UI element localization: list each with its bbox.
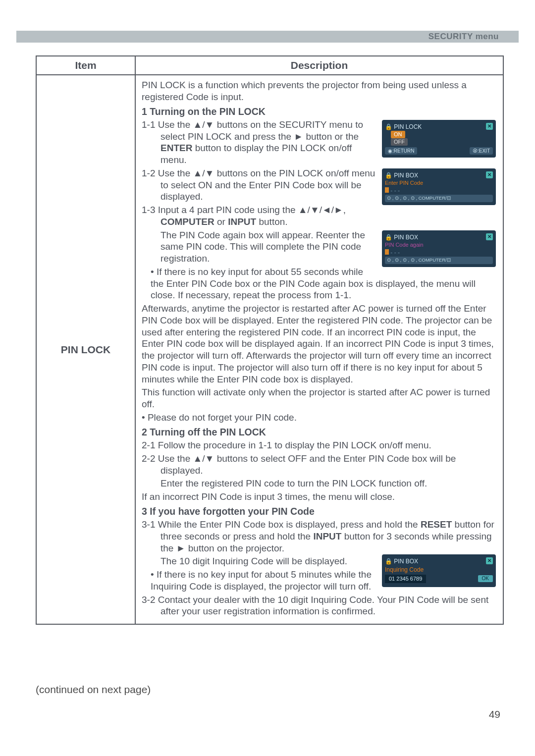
pin-lock-description: PIN LOCK is a function which prevents th… bbox=[135, 75, 503, 624]
osd-pinlock-menu: 🔒 PIN LOCK ✕ ON OFF ◉:RETURN ⦿:EXIT bbox=[382, 120, 496, 158]
osd-code-again-label: PIN Code again bbox=[385, 241, 493, 249]
osd-pinbox-title-2: PIN BOX bbox=[394, 234, 418, 241]
header-bar: SECURITY menu bbox=[16, 31, 519, 43]
osd-pinlock-title: PIN LOCK bbox=[394, 123, 422, 130]
osd-close-icon: ✕ bbox=[486, 557, 493, 564]
step-1-3: 1-3 Input a 4 part PIN code using the ▲/… bbox=[142, 204, 497, 228]
step-2-2: 2-2 Use the ▲/▼ buttons to select OFF an… bbox=[142, 453, 497, 477]
step-3-1: 3-1 While the Enter PIN Code box is disp… bbox=[142, 519, 497, 554]
osd-close-icon: ✕ bbox=[486, 233, 493, 240]
osd-nav-hint: ⊙ , ⊙ , ⊙ , ⊙ , COMPUTER/⊡ bbox=[385, 195, 493, 202]
osd-inquiring-code-box: 🔒 PIN BOX ✕ Inquiring Code 01 2345 6789 … bbox=[382, 554, 496, 587]
col-header-item: Item bbox=[36, 56, 135, 75]
step-2-end: If an incorrect PIN Code is input 3 time… bbox=[142, 491, 497, 503]
step-3-2: 3-2 Contact your dealer with the 10 digi… bbox=[142, 594, 497, 618]
col-header-desc: Description bbox=[135, 56, 503, 75]
bullet-dont-forget: • Please do not forget your PIN code. bbox=[142, 412, 497, 424]
intro-text: PIN LOCK is a function which prevents th… bbox=[142, 79, 497, 103]
osd-close-icon: ✕ bbox=[486, 123, 493, 130]
activate-text: This function will activate only when th… bbox=[142, 386, 497, 410]
security-menu-table: Item Description PIN LOCK PIN LOCK is a … bbox=[36, 55, 504, 625]
osd-enter-pin-box: 🔒 PIN BOX ✕ Enter PIN Code - - - ⊙ , ⊙ ,… bbox=[382, 168, 496, 205]
osd-pin-code-again-box: 🔒 PIN BOX ✕ PIN Code again - - - ⊙ , ⊙ ,… bbox=[382, 230, 496, 267]
osd-pinbox-title-3: PIN BOX bbox=[394, 558, 418, 565]
section-2-heading: 2 Turning off the PIN LOCK bbox=[142, 426, 497, 438]
bullet-no-input: • If there is no key input for about 55 … bbox=[142, 266, 497, 301]
osd-option-off: OFF bbox=[391, 138, 408, 146]
osd-option-on: ON bbox=[391, 131, 405, 138]
osd-ok-button: OK bbox=[478, 575, 493, 582]
osd-exit-hint: ⦿:EXIT bbox=[470, 147, 493, 155]
osd-inquiring-code: 01 2345 6789 bbox=[385, 575, 426, 583]
continued-note: (continued on next page) bbox=[36, 684, 151, 696]
osd-close-icon: ✕ bbox=[486, 171, 493, 178]
osd-pinbox-title: PIN BOX bbox=[394, 172, 418, 179]
osd-enter-code-label: Enter PIN Code bbox=[385, 179, 493, 187]
page-number: 49 bbox=[489, 708, 500, 720]
item-pin-lock: PIN LOCK bbox=[36, 75, 135, 624]
menu-tag: SECURITY menu bbox=[428, 32, 499, 42]
osd-nav-hint-2: ⊙ , ⊙ , ⊙ , ⊙ , COMPUTER/⊡ bbox=[385, 257, 493, 264]
section-1-heading: 1 Turning on the PIN LOCK bbox=[142, 106, 497, 117]
afterwards-text: Afterwards, anytime the projector is res… bbox=[142, 303, 497, 385]
step-2-1: 2-1 Follow the procedure in 1-1 to displ… bbox=[142, 439, 497, 451]
osd-inquiring-label: Inquiring Code bbox=[385, 566, 493, 574]
osd-return-hint: ◉:RETURN bbox=[385, 147, 417, 155]
section-3-heading: 3 If you have forgotten your PIN Code bbox=[142, 505, 497, 517]
step-2-2b: Enter the registered PIN code to turn th… bbox=[142, 478, 497, 489]
